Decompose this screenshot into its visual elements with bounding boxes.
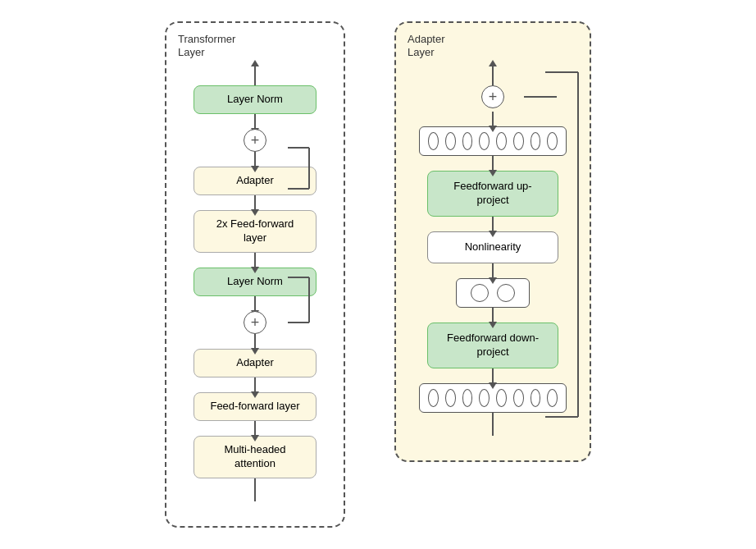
adapter-layer: Adapter Layer + bbox=[394, 21, 591, 461]
arrow-top-out bbox=[254, 66, 256, 85]
mid-circle-2 bbox=[497, 284, 515, 302]
right-vline-6 bbox=[492, 368, 494, 383]
b-circle-1 bbox=[428, 389, 439, 407]
transformer-layer: Transformer Layer Layer Norm + Adapter bbox=[165, 21, 345, 527]
plus-row-bottom: + bbox=[189, 311, 321, 334]
feed-forward-2x-box: 2x Feed-forward layer bbox=[194, 210, 317, 253]
transformer-label: Transformer Layer bbox=[178, 33, 235, 58]
vline-1 bbox=[254, 114, 256, 129]
multi-head-box: Multi-headed attention bbox=[194, 436, 317, 478]
vline-8 bbox=[254, 421, 256, 436]
b-circle-2 bbox=[445, 389, 456, 407]
feedforward-down-box: Feedforward down-project bbox=[427, 323, 558, 368]
circle-6 bbox=[513, 132, 524, 150]
circle-3 bbox=[462, 132, 473, 150]
right-vline-4 bbox=[492, 263, 494, 278]
circle-7 bbox=[531, 132, 541, 150]
vline-7 bbox=[254, 377, 256, 392]
right-vline-5 bbox=[492, 308, 494, 323]
circle-1 bbox=[428, 132, 439, 150]
arrow-bottom-in bbox=[254, 478, 256, 501]
right-vline-1 bbox=[492, 112, 494, 126]
plus-row-top: + bbox=[189, 129, 321, 152]
circle-2 bbox=[445, 132, 456, 150]
b-circle-3 bbox=[462, 389, 473, 407]
right-vline-2 bbox=[492, 156, 494, 171]
circle-8 bbox=[547, 132, 558, 150]
b-circle-7 bbox=[531, 389, 541, 407]
bypass-horiz-top bbox=[524, 96, 557, 98]
vline-2 bbox=[254, 152, 256, 167]
right-vline-3 bbox=[492, 217, 494, 231]
b-circle-5 bbox=[496, 389, 507, 407]
vline-6 bbox=[254, 334, 256, 349]
right-arrow-bottom bbox=[492, 413, 494, 436]
vline-5 bbox=[254, 296, 256, 311]
right-arrow-top bbox=[492, 66, 494, 85]
layer-norm-top-box: Layer Norm bbox=[194, 85, 317, 114]
diagrams-container: Transformer Layer Layer Norm + Adapter bbox=[132, 5, 624, 543]
mid-circle-1 bbox=[471, 284, 489, 302]
mid-bypass-section: + bbox=[189, 296, 321, 349]
feedforward-up-box: Feedforward up-project bbox=[427, 171, 558, 217]
right-diagram-inner: + Feedforward up-project Nonl bbox=[412, 66, 573, 435]
plus-circle-top: + bbox=[244, 129, 266, 152]
vline-3 bbox=[254, 195, 256, 210]
circle-4 bbox=[479, 132, 490, 150]
plus-circle-bottom: + bbox=[244, 311, 266, 334]
right-plus-circle: + bbox=[481, 85, 504, 108]
circle-5 bbox=[496, 132, 507, 150]
b-circle-6 bbox=[513, 389, 524, 407]
b-circle-4 bbox=[479, 389, 490, 407]
right-plus-row: + bbox=[412, 85, 573, 108]
b-circle-8 bbox=[547, 389, 558, 407]
left-diagram-inner: Layer Norm + Adapter 2x Feed-forward lay… bbox=[191, 66, 319, 501]
adapter-label: Adapter Layer bbox=[408, 33, 445, 58]
vline-4 bbox=[254, 253, 256, 268]
